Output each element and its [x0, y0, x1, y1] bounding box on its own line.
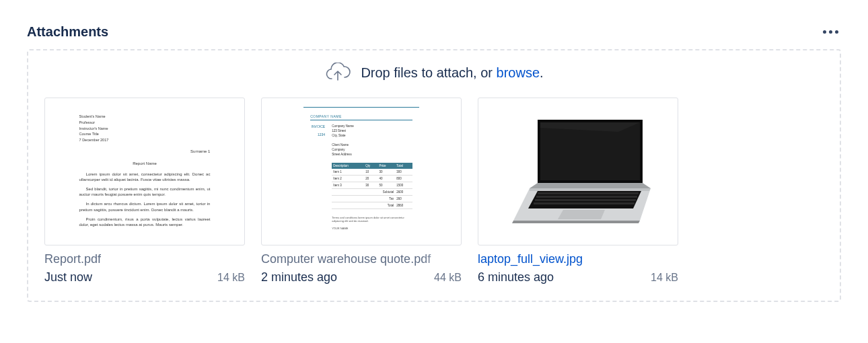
- dropzone-text: Drop files to attach, or browse.: [361, 65, 543, 81]
- svg-rect-7: [538, 192, 639, 194]
- attachment-filesize: 14 kB: [217, 272, 245, 284]
- svg-rect-8: [536, 196, 637, 198]
- attachment-filesize: 44 kB: [434, 272, 462, 284]
- more-actions-button[interactable]: [820, 28, 841, 36]
- svg-rect-10: [534, 202, 635, 204]
- attachment-thumbnail[interactable]: Student's NameProfessorInstructor's Name…: [44, 98, 245, 245]
- attachment-filename: Report.pdf: [44, 252, 245, 266]
- invoice-preview-icon: COMPANY NAME INVOICE1234 Company Name123…: [303, 107, 419, 236]
- laptop-image-icon: [497, 114, 659, 229]
- document-preview-icon: Student's NameProfessorInstructor's Name…: [67, 106, 223, 237]
- svg-marker-12: [512, 221, 640, 223]
- attachment-filename: Computer warehouse quote.pdf: [261, 252, 462, 266]
- attachment-card: COMPANY NAME INVOICE1234 Company Name123…: [261, 98, 462, 284]
- svg-marker-1: [540, 122, 640, 180]
- svg-marker-5: [530, 188, 651, 191]
- attachment-filesize: 14 kB: [651, 272, 678, 284]
- attachment-card: Student's NameProfessorInstructor's Name…: [44, 98, 245, 284]
- attachment-card: laptop_full_view.jpg 6 minutes ago 14 kB: [478, 98, 678, 284]
- attachment-timestamp: Just now: [44, 270, 92, 284]
- upload-cloud-icon: [324, 63, 351, 83]
- attachment-thumbnail[interactable]: [478, 98, 678, 245]
- attachment-filename[interactable]: laptop_full_view.jpg: [478, 252, 678, 266]
- svg-marker-3: [530, 183, 651, 188]
- attachment-list: Student's NameProfessorInstructor's Name…: [44, 98, 824, 284]
- attachment-thumbnail[interactable]: COMPANY NAME INVOICE1234 Company Name123…: [261, 98, 462, 245]
- browse-link[interactable]: browse: [497, 65, 540, 80]
- attachments-dropzone[interactable]: Drop files to attach, or browse. Student…: [27, 49, 841, 302]
- attachments-header: Attachments: [27, 24, 841, 40]
- svg-marker-11: [558, 210, 605, 219]
- section-title: Attachments: [27, 24, 108, 40]
- ellipsis-icon: [823, 30, 826, 34]
- svg-rect-9: [535, 199, 636, 201]
- dropzone-prompt: Drop files to attach, or browse.: [44, 63, 824, 83]
- attachment-timestamp: 2 minutes ago: [261, 270, 337, 284]
- attachment-timestamp: 6 minutes ago: [478, 270, 554, 284]
